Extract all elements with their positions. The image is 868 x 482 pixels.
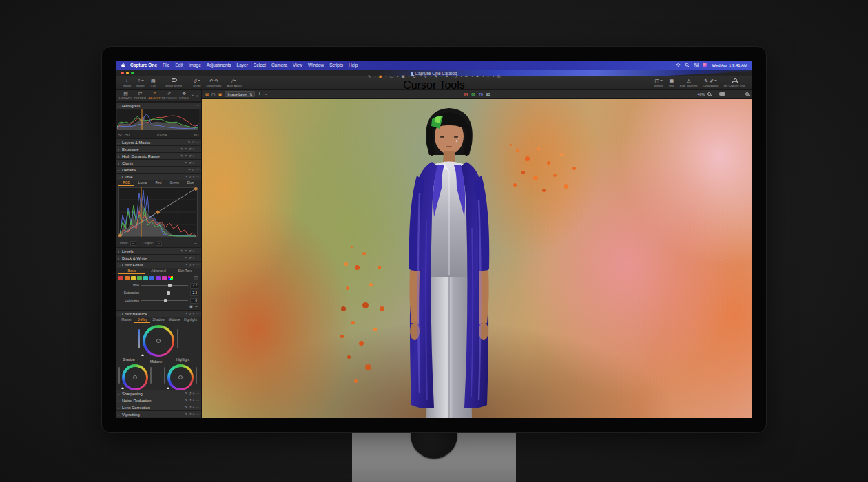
more-icon[interactable]: ⋯	[196, 147, 199, 151]
panel-black-white[interactable]: › Black & White ↷↺≡⋯	[116, 254, 201, 261]
panel-vignetting[interactable]: › Vignetting ↷↺≡⋯	[116, 410, 201, 417]
copy-icon[interactable]: ↷	[185, 412, 187, 416]
menu-item-app[interactable]: Capture One	[130, 63, 157, 67]
tab-retouch[interactable]: ✐ RETOUCH	[162, 91, 177, 100]
tab-adjust[interactable]: ≡ ADJUST	[147, 91, 162, 100]
shadow-left-slider[interactable]	[118, 367, 120, 384]
zoom-out-icon[interactable]	[707, 92, 711, 96]
curve-picker-icon[interactable]: ✑	[194, 242, 197, 246]
shadow-wheel[interactable]	[122, 364, 148, 390]
reset-icon[interactable]: ↺	[189, 263, 192, 266]
more-icon[interactable]: ⋯	[196, 399, 199, 402]
more-icon[interactable]: ⋯	[196, 412, 199, 416]
panel-color-editor[interactable]: ⌄ Color Editor ↷↺≡⋯	[116, 261, 201, 268]
reset-icon[interactable]: ↺	[189, 412, 192, 416]
tab-style[interactable]: ❖ STYLE	[177, 91, 192, 100]
copy-icon[interactable]: ↷	[185, 249, 187, 253]
copy-icon[interactable]: ↷	[185, 175, 187, 178]
copy-icon[interactable]: ↷	[185, 147, 187, 151]
presets-icon[interactable]: ≡	[193, 399, 195, 402]
color-picker-icon[interactable]: ✑	[195, 304, 198, 308]
before-after-button[interactable]: ◫ Before	[652, 76, 666, 89]
more-icon[interactable]: ⋯	[196, 140, 199, 144]
auto-adjust-button[interactable]: ∕ Auto Adjust	[224, 76, 245, 89]
siri-icon[interactable]	[703, 63, 707, 67]
presets-icon[interactable]: ≡	[193, 161, 195, 165]
reset-icon[interactable]: ↺	[189, 175, 192, 178]
curve-tab-rgb[interactable]: RGB	[118, 181, 134, 186]
menu-item-view[interactable]: View	[293, 63, 302, 67]
menu-item-window[interactable]: Window	[308, 63, 324, 67]
tab-library[interactable]: ▤ LIBRARY	[118, 91, 133, 100]
menu-item-file[interactable]: File	[163, 63, 169, 67]
reset-icon[interactable]: ↺	[189, 406, 192, 409]
view-selected-icon[interactable]: ▣	[189, 304, 193, 308]
copy-icon[interactable]: ↷	[185, 263, 187, 266]
swatch-purple[interactable]	[156, 276, 161, 280]
copy-apply-button[interactable]: ✎ ✐ Copy/Apply	[700, 76, 721, 89]
reset-icon[interactable]: ↺	[189, 147, 192, 151]
more-icon[interactable]: ⋯	[196, 104, 199, 107]
share-online-button[interactable]: Share online	[163, 76, 185, 89]
panel-sharpening[interactable]: › Sharpening ↷↺≡⋯	[116, 390, 201, 397]
hue-slider[interactable]	[141, 285, 188, 286]
reset-icon[interactable]: ↺	[189, 399, 192, 402]
midtone-right-slider[interactable]	[177, 329, 178, 348]
copy-icon[interactable]: ↷	[185, 392, 187, 395]
tab-tether[interactable]: ⇄ TETHER	[133, 91, 147, 100]
more-tabs-icon[interactable]: »	[192, 93, 194, 97]
midtone-marker[interactable]	[141, 354, 144, 356]
grid-button[interactable]: ▦ Grid	[666, 76, 677, 89]
curve-output-value[interactable]: --	[156, 241, 162, 246]
panel-dehaze[interactable]: › Dehaze ↷↺⋯	[116, 166, 201, 173]
panel-lens-correction[interactable]: › Lens Correction ↷↺≡⋯	[116, 404, 201, 410]
more-icon[interactable]: ⋯	[196, 392, 199, 395]
import-button[interactable]: ↓ Import	[120, 76, 134, 89]
cb-tab-shadow[interactable]: Shadow	[150, 318, 166, 323]
presets-icon[interactable]: ≡	[193, 147, 195, 151]
reset-icon[interactable]: ↺	[189, 392, 192, 395]
more-icon[interactable]: ⋯	[196, 175, 199, 178]
curve-tab-luma[interactable]: Luma	[134, 181, 150, 186]
curve-tab-blue[interactable]: Blue	[183, 181, 198, 186]
ce-tab-skin-tone[interactable]: Skin Tone	[172, 269, 198, 274]
presets-icon[interactable]: ≡	[193, 175, 195, 178]
ce-tab-advanced[interactable]: Advanced	[145, 269, 172, 274]
apple-logo-icon[interactable]	[121, 63, 125, 67]
cull-button[interactable]: ▤ Cull	[148, 76, 158, 89]
menu-item-edit[interactable]: Edit	[176, 63, 183, 67]
export-button[interactable]: ↑ Export	[134, 76, 147, 89]
more-icon[interactable]: ⋯	[196, 168, 199, 171]
cb-tab-midtone[interactable]: Midtone	[167, 318, 183, 323]
copy-icon[interactable]: ↷	[185, 256, 187, 260]
lightness-value[interactable]: 0	[190, 298, 198, 304]
copy-icon[interactable]: ↷	[185, 399, 187, 402]
midtone-left-slider[interactable]	[138, 329, 140, 348]
presets-icon[interactable]: ≡	[193, 406, 195, 409]
panel-levels[interactable]: › Levels ✎↷↺≡⋯	[116, 247, 201, 254]
swatch-magenta[interactable]	[162, 276, 167, 280]
wifi-icon[interactable]	[676, 63, 681, 67]
reset-icon[interactable]: ↺	[189, 161, 192, 165]
zoom-slider[interactable]	[714, 94, 737, 95]
hue-value[interactable]: 2.2	[190, 283, 198, 289]
saturation-value[interactable]: 2.3	[190, 291, 198, 296]
more-icon[interactable]: ⋯	[196, 161, 199, 165]
panel-noise-reduction[interactable]: › Noise Reduction ↷↺≡⋯	[116, 397, 201, 404]
panel-clarity[interactable]: › Clarity ↷↺≡⋯	[116, 159, 201, 166]
reset-icon[interactable]: ↺	[192, 168, 195, 171]
panel-histogram[interactable]: ⌄ Histogram ⋯	[116, 102, 201, 109]
panel-color-balance[interactable]: ⌄ Color Balance ↷↺≡⋯	[116, 310, 201, 317]
add-layer-button[interactable]: +	[258, 92, 260, 96]
proof-view-icon[interactable]: ▣	[218, 92, 223, 96]
highlight-left-slider[interactable]	[164, 367, 165, 384]
highlight-marker[interactable]	[167, 387, 169, 389]
swatch-red[interactable]	[118, 276, 123, 280]
menu-item-camera[interactable]: Camera	[271, 63, 287, 67]
swatch-aqua[interactable]	[143, 276, 148, 280]
chevron-down-icon[interactable]	[265, 94, 267, 95]
shadow-marker[interactable]	[121, 387, 124, 389]
menu-item-adjustments[interactable]: Adjustments	[207, 63, 231, 67]
more-icon[interactable]: ⋯	[196, 249, 199, 253]
brush-icon[interactable]: ✎	[180, 249, 183, 253]
